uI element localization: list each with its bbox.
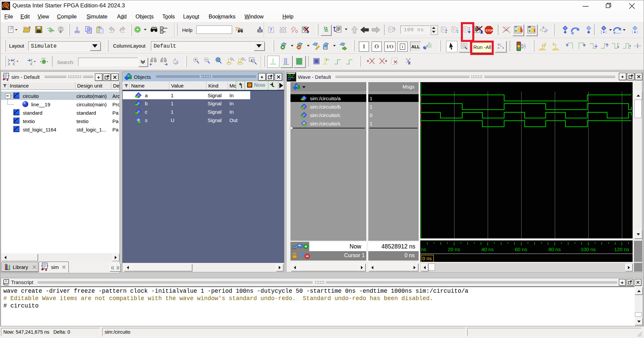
svg-text:120 ns: 120 ns [614, 246, 629, 252]
svg-text:80 ns: 80 ns [548, 246, 561, 252]
svg-text:?: ? [270, 27, 272, 33]
svg-text:STOP: STOP [486, 29, 493, 32]
svg-text:40 ns: 40 ns [481, 246, 494, 252]
svg-text:ns: ns [421, 246, 426, 252]
svg-text:20 ns: 20 ns [448, 246, 460, 252]
svg-text:0 ns: 0 ns [422, 256, 432, 261]
svg-text:60 ns: 60 ns [515, 246, 527, 252]
svg-text:100 ns: 100 ns [581, 246, 596, 252]
svg-text:?: ? [235, 26, 238, 32]
